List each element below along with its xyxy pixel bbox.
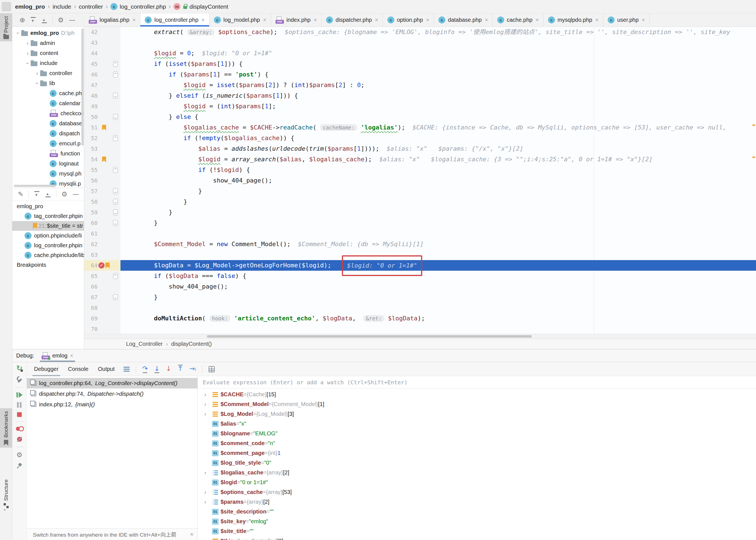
- code-line-62[interactable]: 62$Comment_Model = new Comment_Model(); …: [84, 239, 756, 249]
- fold-marker-icon[interactable]: [113, 199, 118, 205]
- gutter-line-56[interactable]: 56: [84, 175, 121, 186]
- chevron-down-icon[interactable]: ›: [34, 80, 41, 86]
- code-line-49[interactable]: 49 $logid = (int)$params[1];: [84, 101, 756, 112]
- gutter-line-70[interactable]: 70: [84, 324, 121, 334]
- close-icon[interactable]: ×: [642, 17, 645, 23]
- close-icon[interactable]: ×: [190, 531, 193, 538]
- code-line-61[interactable]: 61: [84, 228, 756, 239]
- expand-all-icon[interactable]: [34, 191, 40, 197]
- bookmark-item-emlog_pro[interactable]: emlog_pro: [12, 202, 84, 211]
- variable-row-this[interactable]: $this = {Log_Controller} [0]: [198, 536, 756, 540]
- expand-all-icon[interactable]: [30, 17, 36, 23]
- code-line-50[interactable]: 50 } else {: [84, 112, 756, 122]
- code-line-70[interactable]: 70: [84, 324, 756, 334]
- variable-row-Log_Model[interactable]: ›$Log_Model = {Log_Model} [3]: [198, 409, 756, 419]
- tree-item-lib[interactable]: ›lib: [12, 78, 84, 88]
- variable-row-comment_code[interactable]: 01$comment_code = "n": [198, 439, 756, 448]
- gutter-line-63[interactable]: 63: [84, 249, 121, 260]
- sidebar-item-bookmarks[interactable]: Bookmarks: [0, 408, 12, 448]
- variable-row-blogname[interactable]: 01$blogname = "EMLOG": [198, 429, 756, 439]
- bookmark-icon[interactable]: [102, 125, 106, 131]
- chevron-right-icon[interactable]: ›: [200, 499, 210, 505]
- variable-row-log_title_style[interactable]: 01$log_title_style = "0": [198, 458, 756, 468]
- wrench-settings-icon[interactable]: [16, 376, 23, 383]
- close-icon[interactable]: ×: [70, 352, 73, 359]
- gear-icon[interactable]: ⚙: [61, 191, 67, 198]
- gutter-line-55[interactable]: 55: [84, 165, 121, 175]
- chevron-down-icon[interactable]: ›: [25, 60, 31, 66]
- debug-settings-gear-icon[interactable]: ⚙: [17, 452, 23, 458]
- view-breakpoints-icon[interactable]: [16, 426, 23, 432]
- code-line-47[interactable]: 47 $logid = isset($params[2]) ? (int)$pa…: [84, 80, 756, 90]
- tree-item-include[interactable]: ›include: [12, 58, 84, 68]
- code-line-68[interactable]: 68: [84, 303, 756, 313]
- code-line-45[interactable]: 45if (isset($params[1])) {: [84, 59, 756, 69]
- variable-row-comment_page[interactable]: 01$comment_page = {int} 1: [198, 448, 756, 458]
- gutter-line-67[interactable]: 67: [84, 292, 121, 303]
- force-step-into-icon[interactable]: ↓: [166, 365, 171, 373]
- variable-row-site_title[interactable]: 01$site_title = "": [198, 526, 756, 536]
- close-icon[interactable]: ×: [426, 17, 429, 23]
- gutter-line-69[interactable]: 69: [84, 313, 121, 324]
- tree-item-emcurl.p[interactable]: cemcurl.p: [12, 138, 84, 148]
- code-line-65[interactable]: 65if ($logData === false) {: [84, 271, 756, 281]
- code-line-51[interactable]: 51 $logalias_cache = $CACHE->readCache( …: [84, 122, 756, 133]
- gutter-line-61[interactable]: 61: [84, 228, 121, 239]
- breadcrumb-item-displayContent[interactable]: mdisplayContent: [173, 3, 228, 10]
- tab-index.php[interactable]: PHPindex.php×: [271, 13, 322, 27]
- close-icon[interactable]: ×: [263, 17, 266, 23]
- fold-marker-icon[interactable]: [113, 294, 118, 300]
- variable-row-CACHE[interactable]: ›$CACHE = {Cache} [15]: [198, 390, 756, 399]
- gutter-line-43[interactable]: 43: [84, 37, 121, 48]
- gutter-line-45[interactable]: 45: [84, 59, 121, 69]
- tree-item-content[interactable]: ›content: [12, 48, 84, 58]
- code-line-59[interactable]: 59 }: [84, 207, 756, 218]
- variable-row-Comment_Model[interactable]: ›$Comment_Model = {Comment_Model} [1]: [198, 399, 756, 409]
- code-line-42[interactable]: 42extract( &array: $options_cache); $opt…: [84, 27, 756, 37]
- chevron-down-icon[interactable]: ›: [15, 30, 22, 36]
- breadcrumb-item-controller[interactable]: controller: [79, 3, 103, 10]
- close-icon[interactable]: ×: [133, 17, 136, 23]
- bookmark-item-tag_controller-php[interactable]: ctag_controller.phpin: [12, 211, 84, 221]
- gutter-line-47[interactable]: 47: [84, 80, 121, 90]
- gutter-line-52[interactable]: 52: [84, 133, 121, 143]
- tree-item-emlog_pro[interactable]: ›emlog_proD:\ph: [12, 28, 84, 38]
- code-line-69[interactable]: 69doMultiAction( hook: 'article_content_…: [84, 313, 756, 324]
- gutter-line-44[interactable]: 44: [84, 48, 121, 59]
- step-over-icon[interactable]: ↷: [142, 365, 148, 373]
- variable-row-site_description[interactable]: 01$site_description = "": [198, 507, 756, 517]
- pin-tab-icon[interactable]: [17, 463, 23, 469]
- gutter-line-53[interactable]: 53: [84, 143, 121, 154]
- tab-dispatcher.php[interactable]: cdispatcher.php×: [322, 13, 383, 27]
- hide-panel-icon[interactable]: —: [72, 191, 79, 198]
- fold-marker-icon[interactable]: [113, 93, 118, 99]
- breadcrumb-class[interactable]: Log_Controller: [126, 341, 162, 347]
- code-line-55[interactable]: 55 if (!$logid) {: [84, 165, 756, 175]
- fold-marker-icon[interactable]: [113, 273, 118, 279]
- gutter-line-64[interactable]: 64✓: [84, 260, 121, 271]
- gutter-line-62[interactable]: 62: [84, 239, 121, 249]
- hide-panel-icon[interactable]: —: [69, 17, 75, 23]
- collapse-all-icon[interactable]: [41, 17, 48, 23]
- code-line-44[interactable]: 44$logid = 0; $logid: "0 or 1=1#": [84, 48, 756, 59]
- bookmark-item-cache-php[interactable]: ccache.phpinclude/lib: [12, 250, 84, 260]
- editor[interactable]: 42extract( &array: $options_cache); $opt…: [84, 27, 756, 349]
- code-line-46[interactable]: 46 if ($params[1] == 'post') {: [84, 69, 756, 80]
- variable-row-site_key[interactable]: 01$site_key = "emlog": [198, 517, 756, 526]
- gutter-line-54[interactable]: 54: [84, 154, 121, 165]
- rerun-icon[interactable]: ↻: [17, 364, 23, 372]
- gutter-line-68[interactable]: 68: [84, 303, 121, 313]
- tab-logalias.php[interactable]: PHPlogalias.php×: [84, 13, 140, 27]
- code-line-67[interactable]: 67}: [84, 292, 756, 303]
- fold-marker-icon[interactable]: [113, 188, 118, 194]
- code-line-66[interactable]: 66 show_404_page();: [84, 281, 756, 292]
- editor-horizontal-scrollbar[interactable]: [84, 334, 756, 338]
- frame-row[interactable]: dispatcher.php:74, Dispatcher->dispatch(…: [27, 388, 197, 399]
- evaluate-expression-input[interactable]: Evaluate expression (Enter) or add a wat…: [198, 376, 756, 388]
- pause-program-icon[interactable]: [17, 402, 22, 408]
- fold-marker-icon[interactable]: [113, 114, 118, 120]
- close-icon[interactable]: ×: [314, 17, 317, 23]
- fold-marker-icon[interactable]: [113, 71, 118, 77]
- fold-marker-icon[interactable]: [113, 209, 118, 215]
- mute-breakpoints-icon[interactable]: [17, 436, 23, 442]
